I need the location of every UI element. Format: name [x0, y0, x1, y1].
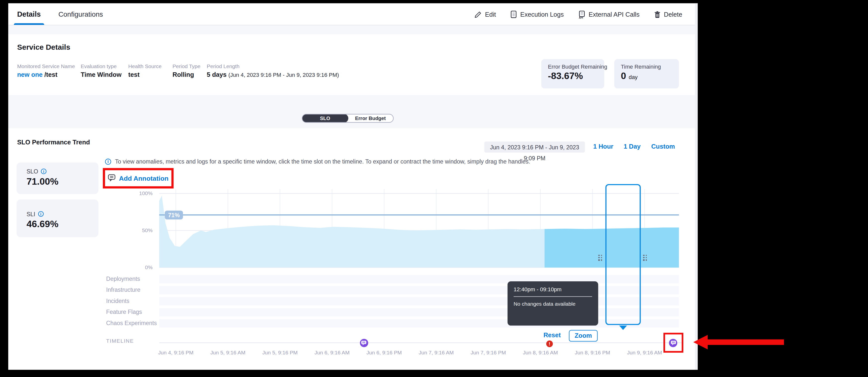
svg-text:API: API — [579, 16, 583, 19]
x-tick: Jun 5, 9:16 PM — [262, 349, 298, 355]
range-link-custom[interactable]: Custom — [651, 143, 675, 150]
lane-label-chaos-experiments: Chaos Experiments — [106, 320, 157, 326]
range-link-1-day[interactable]: 1 Day — [624, 143, 641, 150]
x-tick: Jun 8, 9:16 PM — [575, 349, 610, 355]
selection-drag-handle-left[interactable] — [598, 255, 603, 262]
service-details-card: Service Details Monitored Service Name n… — [8, 34, 698, 95]
trend-title: SLO Performance Trend — [17, 139, 90, 146]
monitored-service-suffix: /test — [44, 71, 57, 78]
stat-label: Time Remaining — [621, 64, 672, 70]
info-icon[interactable] — [38, 211, 43, 217]
field-monitored-service-name: Monitored Service Name new one /test — [17, 63, 81, 78]
field-value: test — [128, 71, 173, 78]
sli-metric-label: SLI — [27, 211, 35, 217]
error-budget-remaining-box: Error Budget Remaining -83.67% — [541, 59, 604, 89]
field-label: Period Length — [207, 63, 339, 69]
period-length-value: 5 days — [207, 71, 227, 78]
tooltip-time-range: 12:40pm - 09:10pm — [514, 286, 592, 292]
x-tick: Jun 5, 9:16 AM — [210, 349, 245, 355]
slo-metric-value: 71.00% — [27, 177, 89, 187]
timeline-label: TIMELINE — [106, 338, 134, 344]
sli-metric-box: SLI 46.69% — [17, 199, 98, 237]
tabs-bar: Details Configurations Edit Execution Lo… — [8, 3, 698, 25]
execution-logs-label: Execution Logs — [520, 11, 564, 18]
tab-configurations-label: Configurations — [58, 10, 103, 18]
field-label: Monitored Service Name — [17, 63, 81, 69]
slo-metric-box: SLO 71.00% — [17, 162, 98, 194]
page-background-band: SLO Error Budget — [8, 95, 698, 128]
field-period-type: Period Type Rolling — [173, 63, 207, 78]
x-tick: Jun 7, 9:16 PM — [470, 349, 506, 355]
lane-label-infrastructure: Infrastructure — [106, 286, 141, 293]
tab-details[interactable]: Details — [15, 3, 43, 25]
edit-label: Edit — [485, 11, 496, 18]
y-tick: 50% — [135, 227, 153, 233]
reset-button[interactable]: Reset — [544, 332, 561, 339]
time-window-selection[interactable] — [605, 184, 641, 325]
trash-icon — [654, 11, 661, 18]
edit-button[interactable]: Edit — [474, 11, 496, 18]
lane-label-deployments: Deployments — [106, 275, 140, 282]
period-length-range: (Jun 4, 2023 9:16 PM - Jun 9, 2023 9:16 … — [228, 72, 339, 78]
service-details-fields: Monitored Service Name new one /test Eva… — [17, 63, 339, 78]
lane-label-incidents: Incidents — [106, 297, 129, 304]
field-label: Evaluation type — [81, 63, 128, 69]
external-api-calls-label: External API Calls — [589, 11, 640, 18]
delete-label: Delete — [664, 11, 682, 18]
error-marker-icon[interactable]: ! — [546, 341, 553, 347]
y-tick: 0% — [135, 264, 153, 270]
sli-metric-value: 46.69% — [27, 219, 89, 230]
lane-label-feature-flags: Feature Flags — [106, 308, 142, 315]
pencil-icon — [474, 11, 482, 18]
add-annotation-label: Add Annotation — [119, 175, 168, 182]
field-health-source: Health Source test — [128, 63, 173, 78]
field-label: Health Source — [128, 63, 173, 69]
external-api-calls-button[interactable]: API External API Calls — [578, 10, 640, 19]
stat-value: -83.67% — [548, 71, 597, 82]
annotation-marker-icon[interactable] — [360, 339, 368, 347]
x-tick: Jun 6, 9:16 AM — [314, 349, 349, 355]
changes-tooltip: 12:40pm - 09:10pm No changes data availa… — [507, 281, 598, 325]
toggle-option-slo[interactable]: SLO — [302, 114, 348, 123]
x-tick: Jun 8, 9:16 AM — [523, 349, 558, 355]
execution-logs-button[interactable]: Execution Logs — [510, 10, 564, 18]
service-details-title: Service Details — [17, 43, 70, 51]
page-background-band — [8, 25, 698, 34]
stat-unit: day — [629, 74, 638, 80]
field-label: Period Type — [173, 63, 207, 69]
slo-performance-trend-card: SLO Performance Trend Jun 4, 2023 9:16 P… — [8, 128, 698, 370]
y-tick: 100% — [135, 190, 153, 196]
date-range-chip[interactable]: Jun 4, 2023 9:16 PM - Jun 9, 2023 9:09 P… — [484, 142, 585, 152]
zoom-button[interactable]: Zoom — [569, 330, 598, 342]
x-tick: Jun 6, 9:16 PM — [366, 349, 402, 355]
highlight-arrow-shaft — [707, 340, 784, 345]
api-document-icon: API — [578, 10, 585, 19]
x-tick: Jun 4, 9:16 PM — [158, 349, 193, 355]
delete-button[interactable]: Delete — [654, 11, 682, 18]
x-tick: Jun 7, 9:16 AM — [418, 349, 454, 355]
app-window: Details Configurations Edit Execution Lo… — [8, 3, 698, 370]
speech-bubble-icon — [108, 173, 116, 183]
slo-metric-label: SLO — [27, 168, 38, 175]
stat-value: 0 — [621, 71, 626, 81]
monitored-service-link[interactable]: new one — [17, 71, 42, 78]
tab-details-label: Details — [17, 10, 41, 18]
scrollbar[interactable] — [695, 3, 698, 370]
screenshot-canvas: Details Configurations Edit Execution Lo… — [0, 0, 868, 377]
info-banner: To view anomalies, metrics and logs for … — [105, 158, 530, 165]
selection-drag-handle-right[interactable] — [643, 255, 648, 262]
highlight-red-box — [663, 333, 683, 353]
field-period-length: Period Length 5 days (Jun 4, 2023 9:16 P… — [207, 63, 339, 78]
active-tab-underline — [14, 23, 44, 25]
info-banner-text: To view anomalies, metrics and logs for … — [115, 158, 530, 165]
tooltip-divider — [514, 296, 592, 297]
selection-pointer-triangle — [619, 325, 627, 330]
range-link-1-hour[interactable]: 1 Hour — [593, 143, 614, 150]
field-value: Time Window — [81, 71, 128, 78]
toggle-option-error-budget[interactable]: Error Budget — [348, 114, 393, 122]
add-annotation-button[interactable]: Add Annotation — [103, 168, 174, 188]
info-icon[interactable] — [41, 168, 46, 174]
tab-configurations[interactable]: Configurations — [56, 3, 105, 25]
x-tick: Jun 9, 9:16 AM — [627, 349, 662, 355]
slo-errorbudget-toggle: SLO Error Budget — [302, 114, 394, 123]
